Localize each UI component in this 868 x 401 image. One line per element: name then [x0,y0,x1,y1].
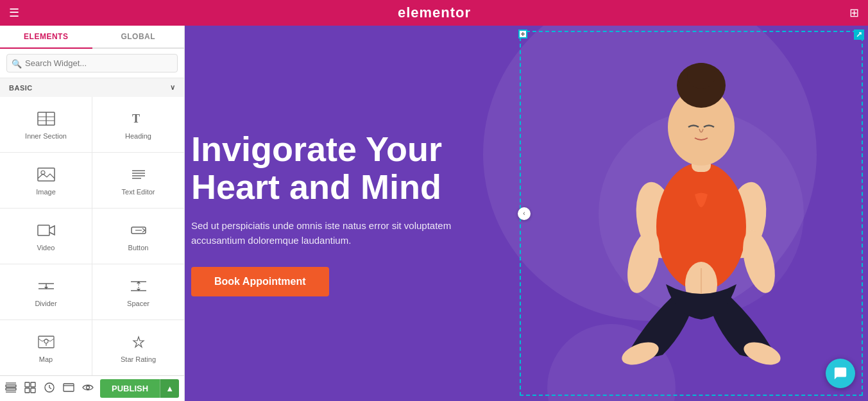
main-layout: ELEMENTS GLOBAL 🔍 BASIC ∨ [0,26,868,401]
chat-bubble[interactable] [826,359,855,388]
map-icon [37,335,55,352]
widget-divider[interactable]: Divider [0,264,92,320]
widget-video[interactable]: Video [0,209,92,264]
widget-grid: Inner Section T Heading [0,97,184,375]
widget-star-rating-label: Star Rating [121,355,156,363]
hero-heading-line1: Invigorate Your [191,130,442,168]
widget-button-label: Button [128,244,149,252]
bottom-left-icons [5,382,94,396]
book-appointment-button[interactable]: Book Appointment [191,267,329,296]
svg-rect-34 [31,388,35,393]
button-icon [130,223,148,240]
svg-rect-33 [25,388,30,393]
tab-elements[interactable]: ELEMENTS [0,26,92,49]
widget-spacer-label: Spacer [127,300,149,307]
heading-icon: T [130,112,148,128]
widget-heading-label: Heading [125,132,151,140]
video-icon [37,223,55,240]
widget-image-label: Image [36,188,56,196]
widget-image[interactable]: Image [0,153,92,208]
svg-point-38 [87,386,90,389]
tab-global[interactable]: GLOBAL [92,26,185,47]
hamburger-menu-icon[interactable]: ☰ [9,6,19,20]
widget-video-label: Video [37,244,55,252]
hero-heading: Invigorate Your Heart and Mind [191,130,499,207]
widget-button[interactable]: Button [92,209,184,264]
widget-inner-section-label: Inner Section [25,132,67,140]
elements-icon[interactable] [24,382,36,396]
visibility-icon[interactable] [82,382,94,396]
publish-button[interactable]: PUBLISH [100,379,160,398]
history-icon[interactable] [44,382,55,396]
yoga-figure-area [534,26,868,401]
widget-star-rating[interactable]: Star Rating [92,320,184,375]
basic-section-label: BASIC [9,84,33,92]
svg-rect-11 [38,225,49,235]
svg-text:T: T [132,112,140,125]
canvas-area[interactable]: Invigorate Your Heart and Mind Sed ut pe… [185,26,868,401]
text-editor-icon [130,167,148,184]
spacer-icon [130,279,148,296]
svg-rect-31 [25,382,30,387]
search-icon: 🔍 [12,58,22,68]
search-wrapper: 🔍 [6,54,178,73]
preview-icon[interactable] [63,382,74,396]
divider-icon [37,279,55,296]
svg-rect-28 [6,388,16,390]
widget-heading[interactable]: T Heading [92,97,184,152]
hero-subtext: Sed ut perspiciatis unde omnis iste natu… [191,219,499,248]
svg-rect-53 [520,31,526,37]
basic-section-header[interactable]: BASIC ∨ [0,78,184,97]
yoga-figure-svg [566,28,836,400]
widget-text-editor-label: Text Editor [122,188,155,196]
publish-arrow-button[interactable]: ▲ [160,379,179,398]
hero-heading-line2: Heart and Mind [191,167,441,206]
bottom-toolbar: PUBLISH ▲ [0,375,184,401]
widget-spacer[interactable]: Spacer [92,264,184,320]
chevron-down-icon: ∨ [170,83,176,92]
selection-handle-tl [518,30,527,38]
publish-btn-group: PUBLISH ▲ [100,379,179,398]
widget-text-editor[interactable]: Text Editor [92,153,184,208]
grid-apps-icon[interactable]: ⊞ [849,6,859,20]
svg-rect-23 [38,336,54,348]
svg-rect-27 [6,385,16,387]
search-input[interactable] [6,54,178,73]
top-bar: ☰ elementor ⊞ [0,0,868,26]
inner-section-icon [37,112,55,128]
image-icon [37,167,55,184]
widget-divider-label: Divider [35,300,56,307]
widget-inner-section[interactable]: Inner Section [0,97,92,152]
star-rating-icon [130,335,148,352]
layers-icon[interactable] [5,382,17,396]
elementor-logo: elementor [398,4,471,21]
canvas-text-content: Invigorate Your Heart and Mind Sed ut pe… [185,26,518,401]
collapse-sidebar-arrow[interactable]: ‹ [518,207,531,220]
svg-marker-26 [133,337,144,347]
search-bar-container: 🔍 [0,49,184,78]
sidebar-tabs: ELEMENTS GLOBAL [0,26,184,49]
svg-rect-32 [31,382,35,387]
sidebar: ELEMENTS GLOBAL 🔍 BASIC ∨ [0,26,185,401]
widget-map-label: Map [39,355,53,363]
svg-rect-5 [38,168,55,181]
svg-rect-36 [64,384,74,391]
svg-point-46 [687,63,715,89]
widget-map[interactable]: Map [0,320,92,375]
